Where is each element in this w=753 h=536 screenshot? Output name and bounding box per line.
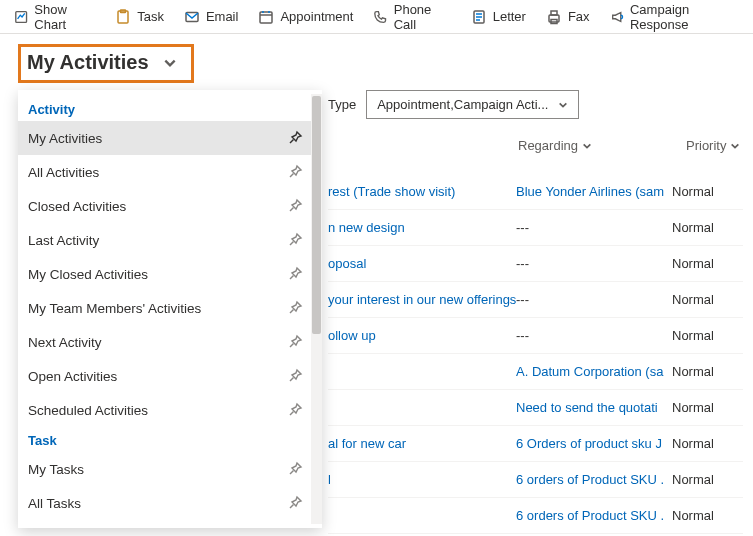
dropdown-scrollbar[interactable] xyxy=(311,94,322,524)
fax-label: Fax xyxy=(568,9,590,24)
table-row[interactable]: oposal---Normal xyxy=(328,246,743,282)
dropdown-group-header: Phone Call xyxy=(18,520,311,528)
grid-header: Regarding Priority xyxy=(328,138,743,163)
cell-regarding[interactable]: 6 Orders of product sku J xyxy=(516,436,668,451)
phone-call-label: Phone Call xyxy=(394,2,451,32)
pin-icon xyxy=(287,368,303,384)
dropdown-item[interactable]: My Closed Activities xyxy=(18,257,311,291)
appointment-button[interactable]: Appointment xyxy=(250,5,361,29)
activity-type-filter[interactable]: Appointment,Campaign Acti... xyxy=(366,90,579,119)
svg-line-20 xyxy=(290,310,294,314)
campaign-response-button[interactable]: Campaign Response xyxy=(602,0,747,36)
cell-regarding[interactable]: 6 orders of Product SKU . xyxy=(516,472,668,487)
dropdown-item[interactable]: All Activities xyxy=(18,155,311,189)
dropdown-item-label: My Team Members' Activities xyxy=(28,301,201,316)
fax-button[interactable]: Fax xyxy=(538,5,598,29)
letter-button[interactable]: Letter xyxy=(463,5,534,29)
table-row[interactable]: l6 orders of Product SKU .Normal xyxy=(328,462,743,498)
svg-rect-13 xyxy=(551,11,557,15)
cell-subject[interactable]: n new design xyxy=(328,220,516,235)
dropdown-item-label: Next Activity xyxy=(28,335,102,350)
pin-icon xyxy=(287,334,303,350)
dropdown-item[interactable]: Open Activities xyxy=(18,359,311,393)
show-chart-button[interactable]: Show Chart xyxy=(6,0,103,36)
table-row[interactable]: 6 orders of Product SKU .Normal xyxy=(328,498,743,534)
pin-icon xyxy=(287,461,303,477)
cell-regarding[interactable]: 6 orders of Product SKU . xyxy=(516,508,668,523)
dropdown-item[interactable]: Next Activity xyxy=(18,325,311,359)
cell-regarding[interactable]: Blue Yonder Airlines (sam xyxy=(516,184,668,199)
cell-subject[interactable]: oposal xyxy=(328,256,516,271)
cell-regarding: --- xyxy=(516,256,668,271)
scrollbar-thumb[interactable] xyxy=(312,96,321,334)
pin-icon xyxy=(287,232,303,248)
command-bar: Show Chart Task Email Appointment Phone … xyxy=(0,0,753,34)
cell-regarding[interactable]: A. Datum Corporation (sa xyxy=(516,364,668,379)
cell-subject[interactable]: your interest in our new offerings xyxy=(328,292,516,307)
view-selector-label: My Activities xyxy=(27,51,149,74)
chevron-down-icon xyxy=(582,141,592,151)
cell-priority: Normal xyxy=(668,220,728,235)
email-icon xyxy=(184,9,200,25)
cell-subject[interactable]: l xyxy=(328,472,516,487)
pin-icon xyxy=(287,402,303,418)
filter-row: Type Appointment,Campaign Acti... xyxy=(328,90,579,119)
column-header-regarding[interactable]: Regarding xyxy=(518,138,592,153)
cell-priority: Normal xyxy=(668,364,728,379)
pin-icon xyxy=(287,266,303,282)
cell-priority: Normal xyxy=(668,472,728,487)
phone-call-button[interactable]: Phone Call xyxy=(365,0,458,36)
table-row[interactable]: n new design---Normal xyxy=(328,210,743,246)
pin-icon xyxy=(287,130,303,146)
svg-line-17 xyxy=(290,208,294,212)
grid-body: rest (Trade show visit)Blue Yonder Airli… xyxy=(328,174,743,530)
dropdown-item[interactable]: My Team Members' Activities xyxy=(18,291,311,325)
email-button[interactable]: Email xyxy=(176,5,247,29)
table-row[interactable]: ollow up---Normal xyxy=(328,318,743,354)
dropdown-item[interactable]: All Tasks xyxy=(18,486,311,520)
cell-subject[interactable]: ollow up xyxy=(328,328,516,343)
view-selector[interactable]: My Activities xyxy=(18,44,194,83)
pin-icon xyxy=(287,198,303,214)
table-row[interactable]: A. Datum Corporation (saNormal xyxy=(328,354,743,390)
cell-regarding[interactable]: Need to send the quotati xyxy=(516,400,668,415)
svg-rect-4 xyxy=(260,12,272,23)
dropdown-item[interactable]: Scheduled Activities xyxy=(18,393,311,427)
activity-type-label: Type xyxy=(328,97,356,112)
cell-priority: Normal xyxy=(668,256,728,271)
table-row[interactable]: Need to send the quotatiNormal xyxy=(328,390,743,426)
phone-icon xyxy=(373,9,387,25)
svg-line-16 xyxy=(290,174,294,178)
dropdown-item-label: All Activities xyxy=(28,165,99,180)
svg-line-21 xyxy=(290,344,294,348)
cell-subject[interactable]: al for new car xyxy=(328,436,516,451)
cell-subject[interactable]: rest (Trade show visit) xyxy=(328,184,516,199)
table-row[interactable]: your interest in our new offerings---Nor… xyxy=(328,282,743,318)
dropdown-item-label: Open Activities xyxy=(28,369,117,384)
dropdown-item[interactable]: Last Activity xyxy=(18,223,311,257)
activity-type-value: Appointment,Campaign Acti... xyxy=(377,97,548,112)
table-row[interactable]: rest (Trade show visit)Blue Yonder Airli… xyxy=(328,174,743,210)
view-selector-row: My Activities xyxy=(0,34,753,89)
letter-label: Letter xyxy=(493,9,526,24)
dropdown-item[interactable]: Closed Activities xyxy=(18,189,311,223)
cell-priority: Normal xyxy=(668,292,728,307)
email-label: Email xyxy=(206,9,239,24)
chart-icon xyxy=(14,9,28,25)
task-icon xyxy=(115,9,131,25)
task-button[interactable]: Task xyxy=(107,5,172,29)
svg-line-22 xyxy=(290,378,294,382)
pin-icon xyxy=(287,300,303,316)
dropdown-item[interactable]: My Tasks xyxy=(18,452,311,486)
dropdown-item-label: My Closed Activities xyxy=(28,267,148,282)
column-header-priority[interactable]: Priority xyxy=(686,138,740,153)
table-row[interactable]: al for new car6 Orders of product sku JN… xyxy=(328,426,743,462)
cell-priority: Normal xyxy=(668,328,728,343)
letter-icon xyxy=(471,9,487,25)
dropdown-item-label: Last Activity xyxy=(28,233,99,248)
dropdown-item[interactable]: My Activities xyxy=(18,121,311,155)
fax-icon xyxy=(546,9,562,25)
pin-icon xyxy=(287,495,303,511)
svg-line-15 xyxy=(290,140,294,144)
dropdown-item-label: Closed Activities xyxy=(28,199,126,214)
